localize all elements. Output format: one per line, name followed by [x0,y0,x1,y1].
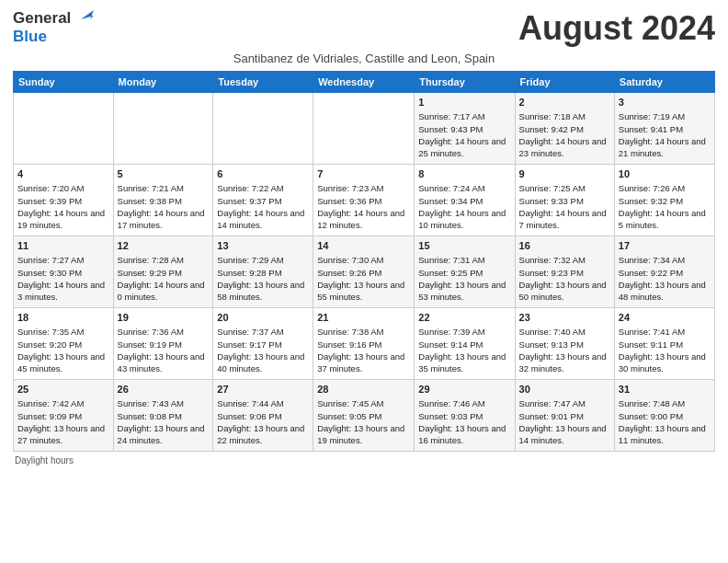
day-info: Daylight: 13 hours and 40 minutes. [217,350,309,375]
day-info: Sunrise: 7:38 AM [317,326,410,338]
day-info: Daylight: 14 hours and 14 minutes. [217,207,309,232]
day-info: Sunset: 9:14 PM [418,339,510,350]
day-info: Daylight: 13 hours and 30 minutes. [619,350,711,375]
day-number: 1 [418,96,510,109]
calendar-cell: 19Sunrise: 7:36 AMSunset: 9:19 PMDayligh… [113,308,213,380]
day-number: 18 [17,311,109,325]
day-info: Daylight: 13 hours and 45 minutes. [17,350,109,375]
day-info: Sunrise: 7:25 AM [519,182,610,194]
day-number: 3 [619,96,711,109]
calendar-cell: 23Sunrise: 7:40 AMSunset: 9:13 PMDayligh… [515,308,614,380]
day-info: Sunrise: 7:48 AM [619,397,711,409]
day-info: Sunrise: 7:23 AM [317,182,410,194]
day-info: Daylight: 14 hours and 5 minutes. [619,207,711,232]
day-info: Sunrise: 7:42 AM [17,397,109,409]
day-info: Daylight: 14 hours and 19 minutes. [17,207,109,232]
calendar-cell: 8Sunrise: 7:24 AMSunset: 9:34 PMDaylight… [415,165,515,236]
day-info: Daylight: 13 hours and 48 minutes. [619,279,711,304]
calendar-cell: 4Sunrise: 7:20 AMSunset: 9:39 PMDaylight… [14,165,114,236]
day-number: 5 [118,167,210,181]
calendar-cell: 9Sunrise: 7:25 AMSunset: 9:33 PMDaylight… [515,165,614,236]
day-info: Sunrise: 7:46 AM [418,397,510,409]
day-info: Sunset: 9:22 PM [619,267,711,279]
subtitle: Santibanez de Vidriales, Castille and Le… [13,52,715,65]
day-number: 4 [17,167,109,181]
day-info: Daylight: 14 hours and 3 minutes. [17,279,109,304]
day-info: Sunrise: 7:29 AM [217,254,309,266]
calendar-cell [313,93,415,165]
calendar-cell: 14Sunrise: 7:30 AMSunset: 9:26 PMDayligh… [313,236,415,308]
calendar-cell [113,93,213,165]
logo-bird-icon [74,6,94,27]
day-info: Sunset: 9:23 PM [519,267,610,279]
day-number: 27 [217,383,309,396]
day-info: Sunrise: 7:31 AM [418,254,510,266]
day-number: 16 [519,239,610,253]
day-info: Daylight: 13 hours and 32 minutes. [519,350,610,375]
day-info: Sunset: 9:38 PM [118,195,210,207]
day-info: Daylight: 13 hours and 16 minutes. [418,422,510,447]
day-info: Daylight: 14 hours and 10 minutes. [418,207,510,232]
day-number: 30 [519,383,610,396]
logo-general: General [13,9,71,28]
calendar-cell: 12Sunrise: 7:28 AMSunset: 9:29 PMDayligh… [113,236,213,308]
day-info: Sunset: 9:29 PM [118,267,210,279]
day-info: Sunset: 9:28 PM [217,267,309,279]
calendar-body: 1Sunrise: 7:17 AMSunset: 9:43 PMDaylight… [14,93,715,452]
calendar-cell: 15Sunrise: 7:31 AMSunset: 9:25 PMDayligh… [415,236,515,308]
day-number: 7 [317,167,410,181]
day-info: Sunset: 9:42 PM [519,123,610,135]
day-number: 6 [217,167,309,181]
day-info: Sunrise: 7:20 AM [17,182,109,194]
day-info: Sunset: 9:43 PM [418,123,510,135]
day-number: 22 [418,311,510,325]
header-tuesday: Tuesday [213,72,313,93]
day-info: Sunset: 9:25 PM [418,267,510,279]
header-thursday: Thursday [415,72,515,93]
calendar-cell: 2Sunrise: 7:18 AMSunset: 9:42 PMDaylight… [515,93,614,165]
header-sunday: Sunday [14,72,114,93]
day-number: 26 [118,383,210,396]
day-info: Sunset: 9:32 PM [619,195,711,207]
calendar-week-2: 4Sunrise: 7:20 AMSunset: 9:39 PMDaylight… [14,165,715,236]
day-info: Daylight: 13 hours and 27 minutes. [17,422,109,447]
day-info: Sunrise: 7:27 AM [17,254,109,266]
day-number: 29 [418,383,510,396]
day-info: Daylight: 14 hours and 12 minutes. [317,207,410,232]
day-info: Daylight: 14 hours and 23 minutes. [519,135,610,160]
calendar-table: Sunday Monday Tuesday Wednesday Thursday… [13,71,715,452]
day-number: 17 [619,239,711,253]
day-info: Sunset: 9:01 PM [519,410,610,422]
day-info: Daylight: 13 hours and 11 minutes. [619,422,711,447]
calendar-cell: 3Sunrise: 7:19 AMSunset: 9:41 PMDaylight… [614,93,714,165]
month-title: August 2024 [518,9,715,48]
day-number: 8 [418,167,510,181]
calendar-cell: 17Sunrise: 7:34 AMSunset: 9:22 PMDayligh… [614,236,714,308]
day-info: Sunrise: 7:36 AM [118,326,210,338]
day-number: 23 [519,311,610,325]
day-info: Sunrise: 7:40 AM [519,326,610,338]
day-info: Sunrise: 7:18 AM [519,110,610,122]
calendar-week-1: 1Sunrise: 7:17 AMSunset: 9:43 PMDaylight… [14,93,715,165]
calendar-cell: 13Sunrise: 7:29 AMSunset: 9:28 PMDayligh… [213,236,313,308]
day-info: Sunset: 9:09 PM [17,410,109,422]
day-info: Sunrise: 7:39 AM [418,326,510,338]
day-info: Sunset: 9:26 PM [317,267,410,279]
calendar-cell: 30Sunrise: 7:47 AMSunset: 9:01 PMDayligh… [515,380,614,452]
day-number: 31 [619,383,711,396]
header-wednesday: Wednesday [313,72,415,93]
header-row: Sunday Monday Tuesday Wednesday Thursday… [14,72,715,93]
day-info: Sunrise: 7:34 AM [619,254,711,266]
day-info: Daylight: 14 hours and 0 minutes. [118,279,210,304]
logo-area: General Blue [13,9,94,47]
day-info: Sunset: 9:33 PM [519,195,610,207]
calendar-cell: 6Sunrise: 7:22 AMSunset: 9:37 PMDaylight… [213,165,313,236]
day-info: Sunrise: 7:47 AM [519,397,610,409]
calendar-cell: 21Sunrise: 7:38 AMSunset: 9:16 PMDayligh… [313,308,415,380]
calendar-cell: 16Sunrise: 7:32 AMSunset: 9:23 PMDayligh… [515,236,614,308]
day-info: Daylight: 13 hours and 55 minutes. [317,279,410,304]
day-info: Sunset: 9:20 PM [17,339,109,350]
day-info: Sunset: 9:30 PM [17,267,109,279]
day-info: Sunrise: 7:45 AM [317,397,410,409]
day-number: 9 [519,167,610,181]
